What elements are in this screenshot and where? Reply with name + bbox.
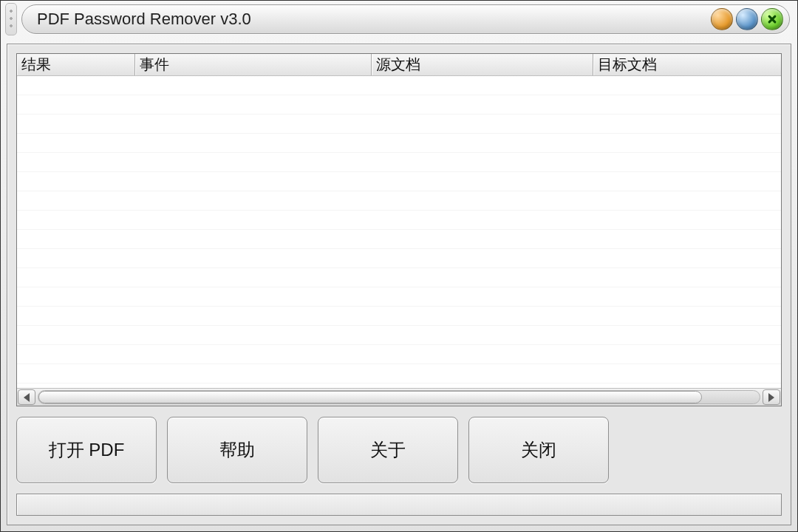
window-title: PDF Password Remover v3.0 (37, 10, 251, 29)
titlebar-grip[interactable] (5, 3, 17, 35)
column-header-result[interactable]: 结果 (17, 54, 135, 75)
close-window-button[interactable] (761, 8, 783, 30)
status-bar (16, 494, 782, 516)
column-headers: 结果 事件 源文档 目标文档 (17, 54, 781, 76)
window-controls (711, 8, 783, 30)
scroll-thumb[interactable] (38, 391, 702, 403)
results-list: 结果 事件 源文档 目标文档 (16, 53, 782, 406)
button-row: 打开 PDF 帮助 关于 关闭 (16, 417, 782, 483)
scroll-right-button[interactable] (763, 389, 780, 405)
client-area: 结果 事件 源文档 目标文档 打开 PDF (7, 44, 791, 525)
column-header-event[interactable]: 事件 (135, 54, 372, 75)
row-guides (17, 76, 781, 388)
column-header-target[interactable]: 目标文档 (593, 54, 781, 75)
horizontal-scrollbar[interactable] (17, 388, 781, 406)
title-bar[interactable]: PDF Password Remover v3.0 (1, 1, 797, 38)
about-button[interactable]: 关于 (318, 417, 458, 483)
open-pdf-button[interactable]: 打开 PDF (16, 417, 157, 483)
column-header-source[interactable]: 源文档 (372, 54, 593, 75)
maximize-button[interactable] (736, 8, 758, 30)
app-window: PDF Password Remover v3.0 结果 事件 源文档 目标文档 (0, 0, 798, 532)
help-button[interactable]: 帮助 (167, 417, 307, 483)
close-button[interactable]: 关闭 (468, 417, 609, 483)
list-body[interactable] (17, 76, 781, 388)
title-pill: PDF Password Remover v3.0 (21, 4, 790, 34)
chevron-left-icon (24, 393, 30, 402)
minimize-button[interactable] (711, 8, 733, 30)
chevron-right-icon (768, 393, 774, 402)
scroll-left-button[interactable] (18, 389, 35, 405)
scroll-track[interactable] (38, 390, 760, 404)
